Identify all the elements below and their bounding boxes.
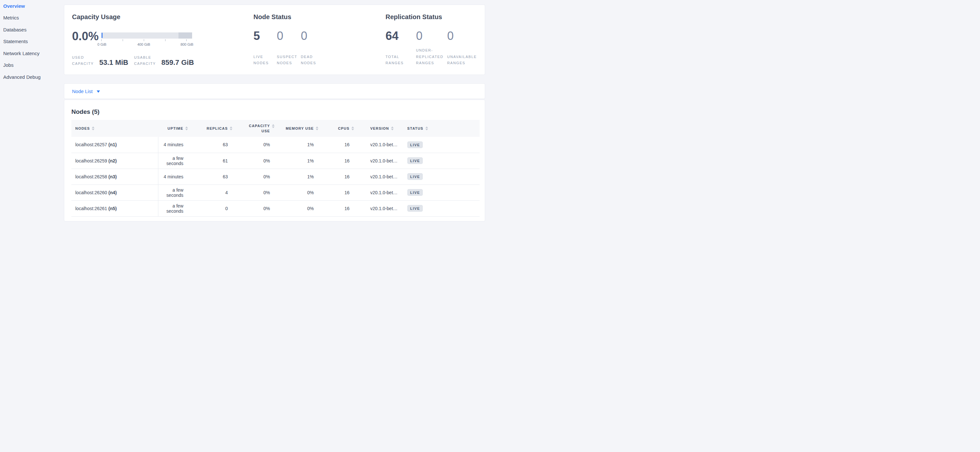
nodes-table-card: Nodes (5) NODES UPTIME REPLICAS CAPACITY…: [64, 100, 485, 222]
sort-icon[interactable]: [352, 127, 354, 131]
memory-use-cell: 0%: [278, 184, 322, 200]
axis-tick: [101, 39, 102, 41]
table-row[interactable]: localhost:26257 (n1) 4 minutes 63 0% 1% …: [72, 137, 480, 153]
sidebar-item-advanced-debug[interactable]: Advanced Debug: [3, 70, 62, 83]
chevron-down-icon: [97, 90, 100, 93]
total-ranges-count: 64: [385, 30, 398, 43]
sort-icon[interactable]: [391, 127, 394, 131]
capacity-bar-beyond-ticks: [178, 32, 192, 39]
capacity-use-cell: 0%: [236, 137, 278, 153]
usable-capacity-value: 859.7 GiB: [161, 59, 194, 67]
node-address-link[interactable]: localhost:26257: [75, 142, 107, 147]
node-status-panel: Node Status 5 0 0 LIVE NODES SUSPECT NOD…: [253, 5, 370, 75]
status-cell: LIVE: [399, 200, 480, 216]
suspect-nodes-count: 0: [277, 30, 283, 43]
version-cell: v20.1.0-bet…: [358, 169, 399, 184]
uptime-cell: a few seconds: [158, 153, 192, 169]
capacity-use-cell: 0%: [236, 153, 278, 169]
cluster-summary-card: Capacity Usage 0.0% 0 GiB 400 GiB 800 Gi…: [64, 5, 485, 75]
node-address-link[interactable]: localhost:26259: [75, 158, 107, 163]
capacity-use-cell: 0%: [236, 200, 278, 216]
node-address-link[interactable]: localhost:26260: [75, 190, 107, 195]
capacity-use-cell: 0%: [236, 184, 278, 200]
column-label: CAPACITY USE: [245, 123, 270, 134]
status-cell: LIVE: [399, 137, 480, 153]
table-row[interactable]: localhost:26261 (n5) a few seconds 0 0% …: [72, 200, 480, 216]
total-ranges-label: TOTAL RANGES: [385, 54, 411, 67]
usable-capacity-stat: USABLE CAPACITY 859.7 GiB: [134, 54, 194, 67]
node-id: (n1): [108, 142, 117, 147]
nodes-table-heading: Nodes (5): [64, 100, 485, 120]
cluster-overview-page: Overview Metrics Databases Statements Ne…: [0, 0, 490, 226]
sort-icon[interactable]: [272, 124, 275, 128]
capacity-usage-panel: Capacity Usage 0.0% 0 GiB 400 GiB 800 Gi…: [72, 5, 247, 75]
sidebar-item-metrics[interactable]: Metrics: [3, 10, 62, 24]
uptime-cell: 4 minutes: [158, 169, 192, 184]
table-row[interactable]: localhost:26259 (n2) a few seconds 61 0%…: [72, 153, 480, 169]
sort-icon[interactable]: [185, 127, 188, 131]
node-cell: localhost:26259 (n2): [72, 153, 158, 169]
node-id: (n2): [108, 158, 117, 163]
nodes-table: NODES UPTIME REPLICAS CAPACITY USE MEMOR…: [72, 120, 480, 217]
column-header-status[interactable]: STATUS: [399, 120, 480, 137]
live-nodes-count: 5: [253, 30, 260, 43]
sidebar-item-network-latency[interactable]: Network Latency: [3, 46, 62, 59]
sort-icon[interactable]: [316, 127, 318, 131]
column-header-replicas[interactable]: REPLICAS: [192, 120, 236, 137]
column-header-version[interactable]: VERSION: [358, 120, 399, 137]
column-header-memory-use[interactable]: MEMORY USE: [278, 120, 322, 137]
column-header-nodes[interactable]: NODES: [72, 120, 158, 137]
under-replicated-count: 0: [416, 30, 423, 43]
axis-tick: [123, 39, 123, 41]
table-row[interactable]: localhost:26258 (n3) 4 minutes 63 0% 1% …: [72, 169, 480, 184]
uptime-cell: 4 minutes: [158, 137, 192, 153]
status-badge: LIVE: [407, 205, 423, 212]
column-header-uptime[interactable]: UPTIME: [158, 120, 192, 137]
sort-icon[interactable]: [425, 127, 428, 131]
status-cell: LIVE: [399, 184, 480, 200]
memory-use-cell: 1%: [278, 153, 322, 169]
cpus-cell: 16: [322, 137, 358, 153]
dead-nodes-label: DEAD NODES: [301, 54, 321, 67]
sidebar-item-statements[interactable]: Statements: [3, 34, 62, 48]
replication-status-title: Replication Status: [385, 13, 442, 21]
column-label: CPUS: [338, 127, 350, 130]
used-capacity-label: USED CAPACITY: [72, 54, 98, 67]
status-cell: LIVE: [399, 153, 480, 169]
axis-tick-label: 800 GiB: [180, 43, 193, 46]
axis-tick-label: 400 GiB: [137, 43, 150, 46]
axis-tick-label: 0 GiB: [97, 43, 107, 46]
column-header-cpus[interactable]: CPUS: [322, 120, 358, 137]
sidebar-item-databases[interactable]: Databases: [3, 22, 62, 36]
version-cell: v20.1.0-bet…: [358, 200, 399, 216]
sort-icon[interactable]: [92, 127, 94, 131]
sidebar-item-jobs[interactable]: Jobs: [3, 58, 62, 71]
capacity-bar-chart: 0 GiB 400 GiB 800 GiB: [101, 32, 192, 39]
dead-nodes-count: 0: [301, 30, 307, 43]
capacity-usage-title: Capacity Usage: [72, 13, 120, 21]
table-row[interactable]: localhost:26260 (n4) a few seconds 4 0% …: [72, 184, 480, 200]
sort-icon[interactable]: [230, 127, 232, 131]
used-capacity-stat: USED CAPACITY 53.1 MiB: [72, 54, 128, 67]
under-replicated-label: UNDER-REPLICATED RANGES: [416, 48, 441, 66]
cpus-cell: 16: [322, 153, 358, 169]
live-nodes-label: LIVE NODES: [253, 54, 274, 67]
column-label: UPTIME: [167, 127, 183, 130]
column-header-capacity-use[interactable]: CAPACITY USE: [236, 120, 278, 137]
unavailable-label: UNAVAILABLE RANGES: [447, 54, 478, 67]
capacity-bar-used: [102, 33, 103, 38]
column-label: VERSION: [370, 127, 389, 130]
replicas-cell: 4: [192, 184, 236, 200]
capacity-percent: 0.0%: [72, 30, 99, 43]
node-address-link[interactable]: localhost:26261: [75, 206, 107, 211]
unavailable-count: 0: [447, 30, 453, 43]
version-cell: v20.1.0-bet…: [358, 184, 399, 200]
node-cell: localhost:26257 (n1): [72, 137, 158, 153]
status-badge: LIVE: [407, 141, 423, 148]
node-address-link[interactable]: localhost:26258: [75, 174, 107, 179]
column-label: MEMORY USE: [286, 127, 314, 130]
capacity-stats: USED CAPACITY 53.1 MiB USABLE CAPACITY 8…: [72, 54, 200, 67]
replication-status-panel: Replication Status 64 0 0 TOTAL RANGES U…: [385, 5, 483, 75]
node-list-bar: Node List: [64, 83, 485, 99]
node-list-dropdown[interactable]: Node List: [72, 89, 100, 94]
